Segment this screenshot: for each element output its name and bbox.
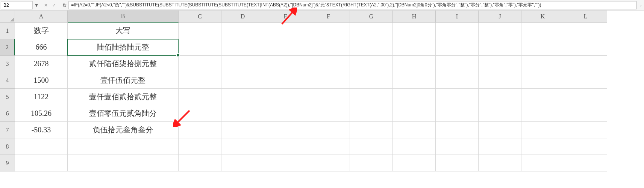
cell-J1[interactable] xyxy=(479,23,521,39)
cell-C7[interactable] xyxy=(179,122,221,138)
row-header-7[interactable]: 7 xyxy=(0,122,15,138)
cell-J9[interactable] xyxy=(479,155,521,171)
column-header-C[interactable]: C xyxy=(179,11,221,23)
cell-G6[interactable] xyxy=(350,105,393,122)
fx-button[interactable]: fx xyxy=(61,3,68,8)
cell-D1[interactable] xyxy=(221,23,264,39)
cell-I9[interactable] xyxy=(436,155,479,171)
cell-F2[interactable] xyxy=(307,39,350,56)
cell-I3[interactable] xyxy=(436,56,479,72)
cell-L2[interactable] xyxy=(564,39,607,56)
cell-A9[interactable] xyxy=(15,155,68,171)
cancel-icon[interactable]: ✕ xyxy=(43,3,48,8)
cell-A7[interactable]: -50.33 xyxy=(15,122,68,138)
cell-F1[interactable] xyxy=(307,23,350,39)
cell-A5[interactable]: 1122 xyxy=(15,89,68,105)
cell-H5[interactable] xyxy=(393,89,436,105)
formula-input[interactable]: =IF(A2=0,"",IF(A2<0,"负","")&SUBSTITUTE(S… xyxy=(68,1,636,9)
cell-B7[interactable]: 负伍拾元叁角叁分 xyxy=(68,122,179,138)
cell-A1[interactable]: 数字 xyxy=(15,23,68,39)
cell-A4[interactable]: 1500 xyxy=(15,72,68,89)
cell-E9[interactable] xyxy=(264,155,307,171)
cell-G5[interactable] xyxy=(350,89,393,105)
cell-H2[interactable] xyxy=(393,39,436,56)
column-header-B[interactable]: B xyxy=(68,11,179,23)
cell-C6[interactable] xyxy=(179,105,221,122)
cell-C8[interactable] xyxy=(179,138,221,155)
row-header-8[interactable]: 8 xyxy=(0,138,15,155)
cell-G1[interactable] xyxy=(350,23,393,39)
cell-G9[interactable] xyxy=(350,155,393,171)
cell-K6[interactable] xyxy=(521,105,564,122)
cell-B1[interactable]: 大写 xyxy=(68,23,179,39)
column-header-I[interactable]: I xyxy=(436,11,479,23)
cell-H1[interactable] xyxy=(393,23,436,39)
cell-G4[interactable] xyxy=(350,72,393,89)
cell-I7[interactable] xyxy=(436,122,479,138)
cell-J8[interactable] xyxy=(479,138,521,155)
column-header-F[interactable]: F xyxy=(307,11,350,23)
cell-K9[interactable] xyxy=(521,155,564,171)
cell-F3[interactable] xyxy=(307,56,350,72)
cell-D7[interactable] xyxy=(221,122,264,138)
cell-K7[interactable] xyxy=(521,122,564,138)
name-box[interactable]: B2 xyxy=(1,1,33,9)
cell-J5[interactable] xyxy=(479,89,521,105)
cell-F5[interactable] xyxy=(307,89,350,105)
enter-icon[interactable]: ✓ xyxy=(52,3,57,8)
select-all-button[interactable] xyxy=(0,11,15,23)
column-header-G[interactable]: G xyxy=(350,11,393,23)
cell-F6[interactable] xyxy=(307,105,350,122)
cell-I1[interactable] xyxy=(436,23,479,39)
cell-C2[interactable] xyxy=(179,39,221,56)
cell-L5[interactable] xyxy=(564,89,607,105)
cell-C4[interactable] xyxy=(179,72,221,89)
cell-A3[interactable]: 2678 xyxy=(15,56,68,72)
cell-E2[interactable] xyxy=(264,39,307,56)
cell-B2[interactable]: 陆佰陆拾陆元整 xyxy=(68,39,179,56)
cell-D2[interactable] xyxy=(221,39,264,56)
cell-L7[interactable] xyxy=(564,122,607,138)
cell-J3[interactable] xyxy=(479,56,521,72)
cell-G7[interactable] xyxy=(350,122,393,138)
column-header-K[interactable]: K xyxy=(521,11,564,23)
cell-H9[interactable] xyxy=(393,155,436,171)
cell-E6[interactable] xyxy=(264,105,307,122)
cell-E8[interactable] xyxy=(264,138,307,155)
column-header-E[interactable]: E xyxy=(264,11,307,23)
formula-expand-icon[interactable]: ⌄ xyxy=(636,1,644,9)
cell-K5[interactable] xyxy=(521,89,564,105)
column-header-D[interactable]: D xyxy=(221,11,264,23)
cell-C3[interactable] xyxy=(179,56,221,72)
cell-J4[interactable] xyxy=(479,72,521,89)
column-header-A[interactable]: A xyxy=(15,11,68,23)
cell-H8[interactable] xyxy=(393,138,436,155)
cell-I2[interactable] xyxy=(436,39,479,56)
cell-G3[interactable] xyxy=(350,56,393,72)
cell-I8[interactable] xyxy=(436,138,479,155)
cell-L4[interactable] xyxy=(564,72,607,89)
cell-I5[interactable] xyxy=(436,89,479,105)
cell-L1[interactable] xyxy=(564,23,607,39)
cell-C5[interactable] xyxy=(179,89,221,105)
cell-C9[interactable] xyxy=(179,155,221,171)
cell-J2[interactable] xyxy=(479,39,521,56)
cell-I6[interactable] xyxy=(436,105,479,122)
cell-F4[interactable] xyxy=(307,72,350,89)
cell-D9[interactable] xyxy=(221,155,264,171)
cell-F8[interactable] xyxy=(307,138,350,155)
row-header-9[interactable]: 9 xyxy=(0,155,15,171)
cell-H3[interactable] xyxy=(393,56,436,72)
cell-H6[interactable] xyxy=(393,105,436,122)
cell-H7[interactable] xyxy=(393,122,436,138)
cell-L3[interactable] xyxy=(564,56,607,72)
cell-B9[interactable] xyxy=(68,155,179,171)
cell-B8[interactable] xyxy=(68,138,179,155)
cell-K4[interactable] xyxy=(521,72,564,89)
cell-E3[interactable] xyxy=(264,56,307,72)
cell-D5[interactable] xyxy=(221,89,264,105)
cell-L9[interactable] xyxy=(564,155,607,171)
cell-K3[interactable] xyxy=(521,56,564,72)
cell-C1[interactable] xyxy=(179,23,221,39)
cell-E4[interactable] xyxy=(264,72,307,89)
